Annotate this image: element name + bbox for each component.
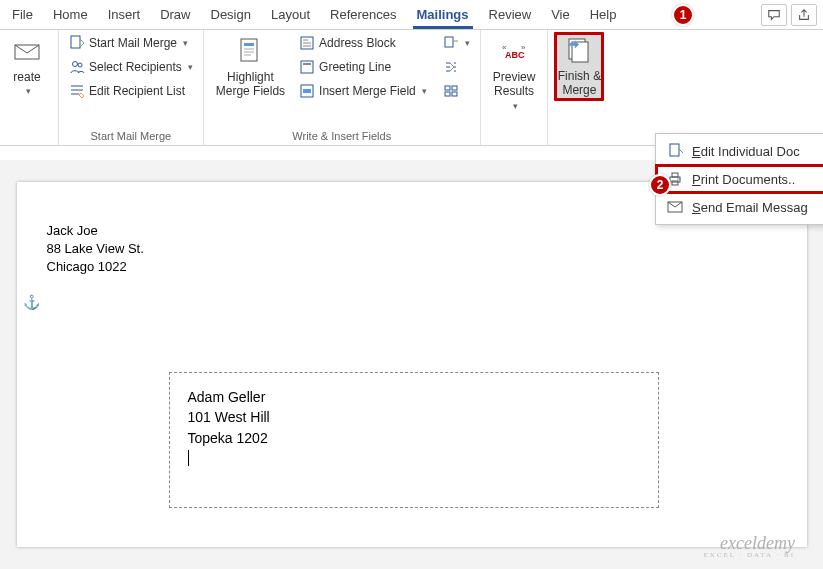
recipient-name: Adam Geller: [188, 387, 640, 407]
greeting-line-button[interactable]: Greeting Line: [295, 56, 431, 78]
select-recipients-button[interactable]: Select Recipients▾: [65, 56, 197, 78]
svg-rect-7: [301, 61, 313, 73]
chevron-down-icon: ▾: [422, 86, 427, 96]
ribbon-tabs: File Home Insert Draw Design Layout Refe…: [0, 0, 823, 30]
callout-1: 1: [672, 4, 694, 26]
menu-print-documents[interactable]: Print Documents..: [656, 165, 823, 193]
tab-insert[interactable]: Insert: [98, 1, 151, 28]
callout-2: 2: [649, 174, 671, 196]
recipient-address-box[interactable]: Adam Geller 101 West Hill Topeka 1202: [169, 372, 659, 508]
share-button[interactable]: [791, 4, 817, 26]
rules-icon: [443, 35, 459, 51]
highlight-merge-fields-button[interactable]: Highlight Merge Fields: [210, 32, 291, 103]
tab-home[interactable]: Home: [43, 1, 98, 28]
comments-button[interactable]: [761, 4, 787, 26]
email-icon: [666, 198, 684, 216]
return-name: Jack Joe: [47, 222, 144, 240]
create-envelopes-button[interactable]: reate ▾: [2, 32, 52, 101]
chevron-down-icon: ▾: [183, 38, 188, 48]
tab-layout[interactable]: Layout: [261, 1, 320, 28]
svg-text:ABC: ABC: [505, 50, 525, 60]
svg-point-2: [73, 62, 78, 67]
svg-point-3: [78, 63, 82, 67]
recipients-icon: [69, 59, 85, 75]
tab-help[interactable]: Help: [580, 1, 627, 28]
svg-rect-20: [670, 144, 679, 156]
svg-rect-9: [303, 89, 311, 93]
tab-view[interactable]: Vie: [541, 1, 580, 28]
chevron-down-icon: ▾: [465, 38, 470, 48]
highlight-icon: [234, 36, 266, 68]
group-label-create: [2, 140, 52, 145]
envelope-icon: [11, 36, 43, 68]
svg-rect-5: [244, 43, 254, 46]
menu-edit-individual-documents[interactable]: EEdit Individual Docdit Individual Doc: [656, 137, 823, 165]
svg-rect-12: [452, 86, 457, 90]
return-city: Chicago 1022: [47, 258, 144, 276]
recipient-street: 101 West Hill: [188, 407, 640, 427]
chevron-down-icon: ▾: [513, 101, 518, 112]
insert-merge-field-button[interactable]: Insert Merge Field▾: [295, 80, 431, 102]
tab-mailings[interactable]: Mailings: [407, 1, 479, 28]
rules-button[interactable]: ▾: [439, 32, 474, 54]
preview-results-button[interactable]: «»ABC Preview Results ▾: [487, 32, 542, 116]
group-label-write: Write & Insert Fields: [210, 128, 474, 145]
return-street: 88 Lake View St.: [47, 240, 144, 258]
update-labels-button[interactable]: [439, 80, 474, 102]
return-address[interactable]: Jack Joe 88 Lake View St. Chicago 1022: [47, 222, 144, 277]
document-icon: [666, 142, 684, 160]
recipient-city: Topeka 1202: [188, 428, 640, 448]
finish-and-merge-button[interactable]: Finish & Merge: [554, 32, 604, 101]
finish-merge-menu: EEdit Individual Docdit Individual Doc P…: [655, 133, 823, 225]
envelope-page[interactable]: Jack Joe 88 Lake View St. Chicago 1022 ⚓…: [17, 182, 807, 547]
tab-design[interactable]: Design: [201, 1, 261, 28]
svg-rect-11: [445, 86, 450, 90]
watermark: exceldemy EXCEL · DATA · BI: [703, 534, 795, 559]
finish-merge-icon: [563, 35, 595, 67]
document-merge-icon: [69, 35, 85, 51]
tab-review[interactable]: Review: [479, 1, 542, 28]
edit-recipient-list-button[interactable]: Edit Recipient List: [65, 80, 197, 102]
create-label: reate: [13, 70, 40, 84]
svg-rect-4: [241, 39, 257, 61]
menu-send-email-messages[interactable]: Send Email Messag: [656, 193, 823, 221]
svg-rect-1: [71, 36, 80, 48]
match-icon: [443, 59, 459, 75]
tab-file[interactable]: File: [2, 1, 43, 28]
address-block-button[interactable]: Address Block: [295, 32, 431, 54]
ribbon: reate ▾ Start Mail Merge▾ Select Recipie…: [0, 30, 823, 146]
start-mail-merge-button[interactable]: Start Mail Merge▾: [65, 32, 197, 54]
tab-references[interactable]: References: [320, 1, 406, 28]
chevron-down-icon: ▾: [188, 62, 193, 72]
address-block-icon: [299, 35, 315, 51]
edit-list-icon: [69, 83, 85, 99]
tab-draw[interactable]: Draw: [150, 1, 200, 28]
match-fields-button[interactable]: [439, 56, 474, 78]
svg-rect-14: [452, 92, 457, 96]
group-label-start: Start Mail Merge: [65, 128, 197, 145]
chevron-down-icon: ▾: [26, 86, 31, 97]
svg-rect-22: [672, 173, 678, 177]
merge-field-icon: [299, 83, 315, 99]
text-cursor: [188, 450, 189, 466]
anchor-icon: ⚓: [23, 294, 40, 310]
svg-rect-13: [445, 92, 450, 96]
greeting-icon: [299, 59, 315, 75]
svg-rect-10: [445, 37, 453, 47]
preview-icon: «»ABC: [498, 36, 530, 68]
labels-icon: [443, 83, 459, 99]
